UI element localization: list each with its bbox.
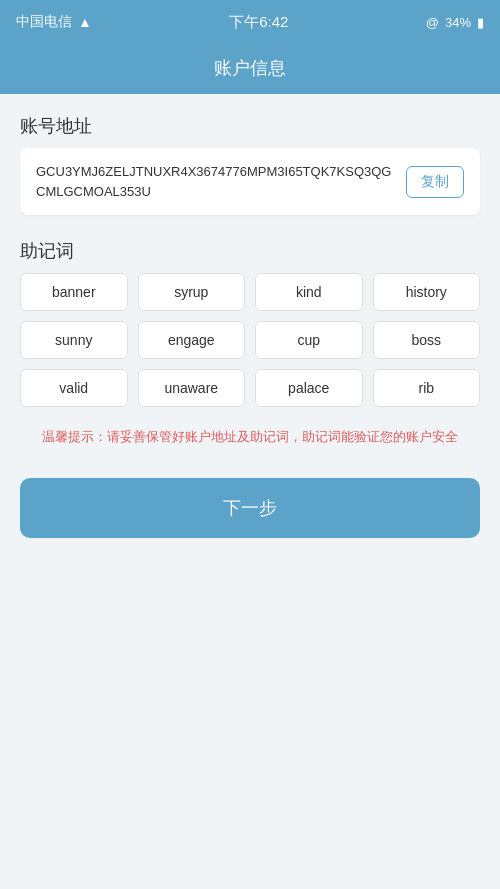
status-time: 下午6:42 <box>229 13 288 32</box>
account-address: GCU3YMJ6ZELJTNUXR4X3674776MPM3I65TQK7KSQ… <box>36 162 394 201</box>
mnemonic-word-9: valid <box>20 369 128 407</box>
carrier-text: 中国电信 <box>16 13 72 31</box>
mnemonic-word-1: banner <box>20 273 128 311</box>
mnemonic-word-12: rib <box>373 369 481 407</box>
mnemonic-word-11: palace <box>255 369 363 407</box>
mnemonic-section-label: 助记词 <box>20 239 480 263</box>
battery-text: 34% <box>445 15 471 30</box>
page-title: 账户信息 <box>214 58 286 78</box>
status-right: @ 34% ▮ <box>426 15 484 30</box>
mnemonic-grid: bannersyrupkindhistorysunnyengagecupboss… <box>20 273 480 407</box>
copy-button[interactable]: 复制 <box>406 166 464 198</box>
mnemonic-word-5: sunny <box>20 321 128 359</box>
battery-icon: ▮ <box>477 15 484 30</box>
address-box: GCU3YMJ6ZELJTNUXR4X3674776MPM3I65TQK7KSQ… <box>20 148 480 215</box>
mnemonic-word-7: cup <box>255 321 363 359</box>
next-button[interactable]: 下一步 <box>20 478 480 538</box>
nav-bar: 账户信息 <box>0 44 500 94</box>
account-section-label: 账号地址 <box>20 114 480 138</box>
mnemonic-word-6: engage <box>138 321 246 359</box>
mnemonic-word-3: kind <box>255 273 363 311</box>
location-icon: @ <box>426 15 439 30</box>
main-content: 账号地址 GCU3YMJ6ZELJTNUXR4X3674776MPM3I65TQ… <box>0 94 500 889</box>
status-bar: 中国电信 ▲ 下午6:42 @ 34% ▮ <box>0 0 500 44</box>
mnemonic-word-2: syrup <box>138 273 246 311</box>
mnemonic-word-10: unaware <box>138 369 246 407</box>
wifi-icon: ▲ <box>78 14 92 30</box>
mnemonic-word-8: boss <box>373 321 481 359</box>
warning-text: 温馨提示：请妥善保管好账户地址及助记词，助记词能验证您的账户安全 <box>20 427 480 448</box>
mnemonic-word-4: history <box>373 273 481 311</box>
status-left: 中国电信 ▲ <box>16 13 92 31</box>
